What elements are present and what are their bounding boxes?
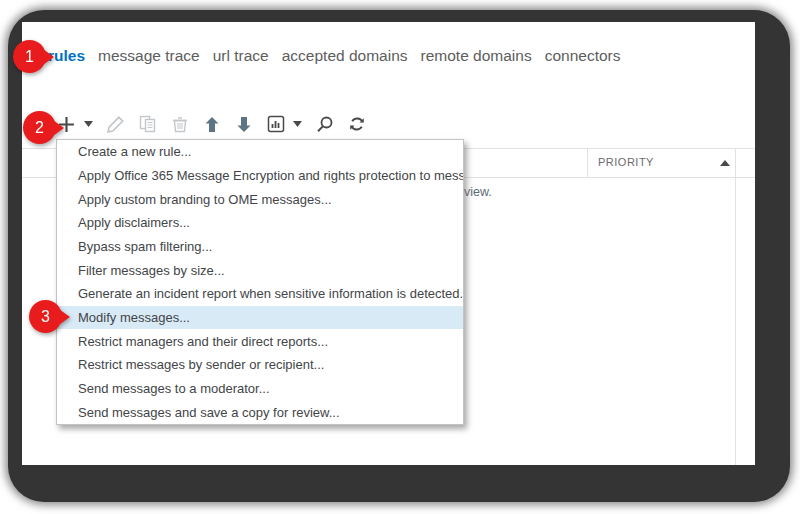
menu-item-generate-incident-report[interactable]: Generate an incident report when sensiti… [57, 282, 463, 306]
move-down-icon[interactable] [234, 114, 253, 134]
callout-2-pointer [50, 118, 64, 138]
scrollbar-gutter-line [735, 149, 736, 465]
menu-item-restrict-managers[interactable]: Restrict managers and their direct repor… [57, 329, 463, 353]
menu-item-send-to-moderator[interactable]: Send messages to a moderator... [57, 377, 463, 401]
menu-item-filter-by-size[interactable]: Filter messages by size... [57, 258, 463, 282]
callout-1: 1 [13, 40, 61, 74]
delete-icon [170, 114, 189, 134]
move-up-icon[interactable] [202, 114, 221, 134]
callout-3-pointer [56, 307, 70, 327]
tab-message-trace[interactable]: message trace [98, 47, 200, 65]
report-icon[interactable] [266, 114, 285, 134]
priority-column-header[interactable]: PRIORITY [598, 156, 654, 168]
callout-3: 3 [29, 300, 77, 334]
menu-item-apply-custom-branding[interactable]: Apply custom branding to OME messages... [57, 187, 463, 211]
menu-item-bypass-spam-filtering[interactable]: Bypass spam filtering... [57, 235, 463, 259]
callout-2: 2 [23, 111, 71, 145]
callout-1-pointer [40, 47, 54, 67]
menu-item-restrict-by-sender-recipient[interactable]: Restrict messages by sender or recipient… [57, 353, 463, 377]
screenshot-stage: rules message trace url trace accepted d… [0, 0, 800, 514]
tab-accepted-domains[interactable]: accepted domains [282, 47, 408, 65]
menu-item-modify-messages[interactable]: Modify messages... [57, 306, 463, 330]
menu-item-apply-disclaimers[interactable]: Apply disclaimers... [57, 211, 463, 235]
refresh-icon[interactable] [347, 114, 366, 134]
add-caret-icon[interactable] [83, 114, 93, 134]
report-caret-icon[interactable] [292, 114, 302, 134]
mail-flow-nav: rules message trace url trace accepted d… [48, 47, 621, 65]
menu-item-create-new-rule[interactable]: Create a new rule... [57, 140, 463, 164]
edit-icon [106, 114, 125, 134]
tab-url-trace[interactable]: url trace [213, 47, 269, 65]
exchange-admin-screen: rules message trace url trace accepted d… [22, 22, 755, 465]
column-separator [587, 149, 588, 177]
search-icon[interactable] [315, 114, 334, 134]
menu-item-apply-ome-encryption[interactable]: Apply Office 365 Message Encryption and … [57, 164, 463, 188]
menu-item-send-save-copy[interactable]: Send messages and save a copy for review… [57, 400, 463, 424]
sort-ascending-icon [720, 160, 730, 166]
copy-icon [138, 114, 157, 134]
empty-view-text-fragment: view. [464, 185, 492, 199]
rules-toolbar [57, 110, 366, 138]
tab-remote-domains[interactable]: remote domains [421, 47, 532, 65]
tab-connectors[interactable]: connectors [545, 47, 621, 65]
new-rule-dropdown-menu: Create a new rule... Apply Office 365 Me… [56, 139, 464, 425]
